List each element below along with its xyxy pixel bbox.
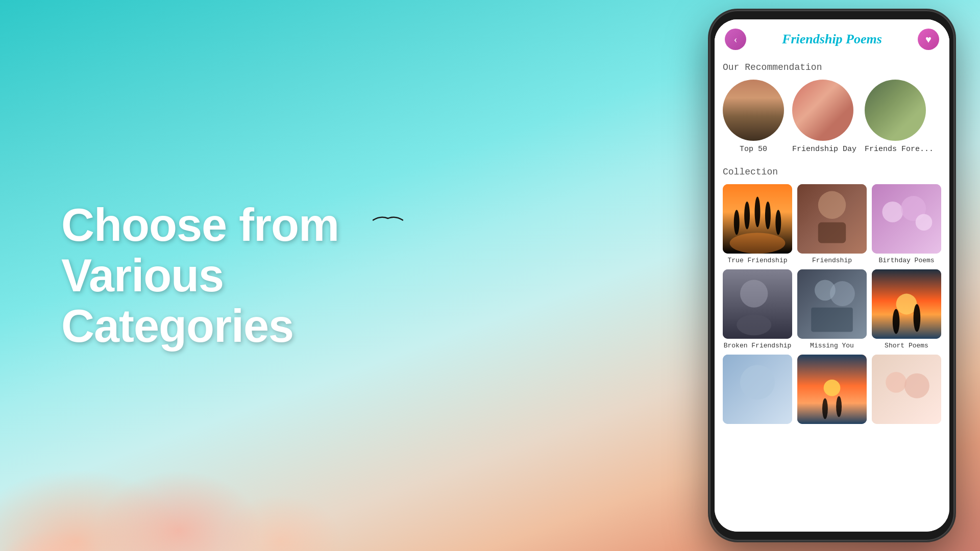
svg-point-29 xyxy=(822,398,828,419)
recommend-label-friends-forever: Friends Fore... xyxy=(865,145,934,154)
phone-frame: ‹ Friendship Poems ♥ Our Recommendation xyxy=(709,10,954,541)
recommend-label-top50: Top 50 xyxy=(723,145,784,154)
svg-point-13 xyxy=(916,214,933,231)
heading-line1: Choose from xyxy=(61,199,339,251)
bird-silhouette xyxy=(373,214,403,224)
svg-point-32 xyxy=(886,372,906,393)
recommendation-section-title: Our Recommendation xyxy=(723,62,941,72)
collection-grid: True Friendship xyxy=(723,184,941,427)
svg-point-33 xyxy=(904,373,929,398)
svg-rect-9 xyxy=(818,222,846,243)
svg-point-4 xyxy=(755,196,761,227)
svg-point-30 xyxy=(836,396,842,417)
svg-point-8 xyxy=(818,191,846,219)
favorite-button[interactable]: ♥ xyxy=(918,29,939,50)
heart-icon: ♥ xyxy=(925,34,932,45)
svg-point-2 xyxy=(734,210,740,235)
main-heading: Choose from Various Categories xyxy=(61,200,339,352)
recommend-img-friendship-day xyxy=(792,80,853,141)
recommend-item-top50[interactable]: Top 50 xyxy=(723,80,784,154)
left-content: Choose from Various Categories xyxy=(61,200,339,352)
svg-point-1 xyxy=(730,233,786,254)
svg-point-16 xyxy=(737,314,771,335)
collection-img-extra2 xyxy=(797,355,867,424)
collection-label-broken-friendship: Broken Friendship xyxy=(723,342,792,349)
collection-label-true-friendship: True Friendship xyxy=(723,257,792,264)
collection-img-missing-you xyxy=(797,269,867,339)
recommend-item-friendship-day[interactable]: Friendship Day xyxy=(792,80,856,154)
clouds xyxy=(0,388,383,551)
svg-point-24 xyxy=(914,304,921,332)
collection-item-extra1[interactable] xyxy=(723,355,792,427)
collection-item-true-friendship[interactable]: True Friendship xyxy=(723,184,792,264)
collection-item-broken-friendship[interactable]: Broken Friendship xyxy=(723,269,792,349)
phone-wrapper: ‹ Friendship Poems ♥ Our Recommendation xyxy=(709,10,954,541)
svg-rect-20 xyxy=(811,308,853,332)
heading-line3: Categories xyxy=(61,300,293,352)
svg-point-3 xyxy=(744,202,750,229)
collection-item-birthday-poems[interactable]: Birthday Poems xyxy=(872,184,941,264)
svg-point-6 xyxy=(775,210,781,235)
phone-screen: ‹ Friendship Poems ♥ Our Recommendation xyxy=(715,19,949,532)
collection-label-friendship: Friendship xyxy=(797,257,867,264)
svg-point-26 xyxy=(740,365,775,399)
app-header: ‹ Friendship Poems ♥ xyxy=(715,19,949,56)
back-icon: ‹ xyxy=(734,34,738,45)
collection-img-broken-friendship xyxy=(723,269,792,339)
back-button[interactable]: ‹ xyxy=(725,29,746,50)
collection-label-birthday-poems: Birthday Poems xyxy=(872,257,941,264)
svg-point-11 xyxy=(882,202,903,222)
heading-line2: Various xyxy=(61,250,224,301)
app-content: ‹ Friendship Poems ♥ Our Recommendation xyxy=(715,19,949,532)
collection-img-extra1 xyxy=(723,355,792,424)
collection-img-true-friendship xyxy=(723,184,792,254)
collection-img-birthday-poems xyxy=(872,184,941,254)
collection-item-extra2[interactable] xyxy=(797,355,867,427)
recommend-label-friendship-day: Friendship Day xyxy=(792,145,856,154)
svg-point-15 xyxy=(740,280,768,307)
svg-point-22 xyxy=(896,294,917,315)
svg-point-5 xyxy=(765,202,771,229)
collection-item-extra3[interactable] xyxy=(872,355,941,427)
svg-point-23 xyxy=(893,309,900,334)
svg-point-19 xyxy=(830,281,855,306)
app-scroll[interactable]: Our Recommendation Top 50 Friendship Day xyxy=(715,56,949,532)
svg-point-28 xyxy=(824,380,841,396)
collection-item-friendship[interactable]: Friendship xyxy=(797,184,867,264)
recommend-img-top50 xyxy=(723,80,784,141)
collection-img-short-poems xyxy=(872,269,941,339)
recommend-img-friends-forever xyxy=(865,80,926,141)
collection-img-friendship xyxy=(797,184,867,254)
recommend-item-friends-forever[interactable]: Friends Fore... xyxy=(865,80,934,154)
collection-label-short-poems: Short Poems xyxy=(872,342,941,349)
app-title: Friendship Poems xyxy=(782,32,882,47)
collection-label-missing-you: Missing You xyxy=(797,342,867,349)
collection-item-missing-you[interactable]: Missing You xyxy=(797,269,867,349)
collection-img-extra3 xyxy=(872,355,941,424)
recommendation-scroll: Top 50 Friendship Day Friends Fore... xyxy=(723,80,941,158)
collection-section-title: Collection xyxy=(723,167,941,177)
collection-item-short-poems[interactable]: Short Poems xyxy=(872,269,941,349)
